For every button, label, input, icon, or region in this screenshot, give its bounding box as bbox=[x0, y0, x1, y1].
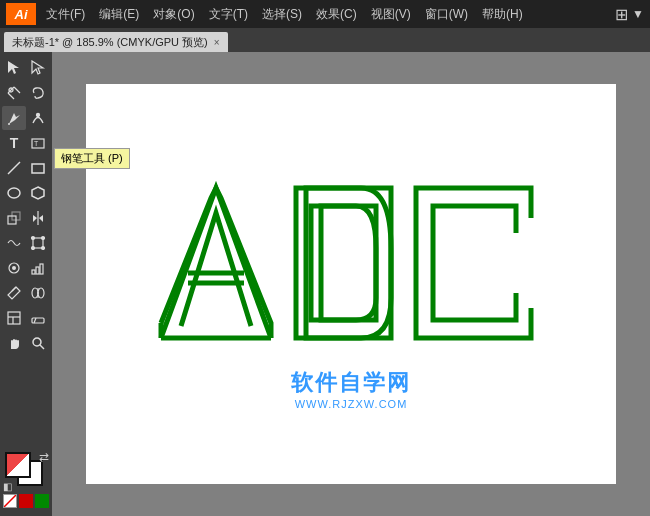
polygon-tool[interactable] bbox=[26, 181, 50, 205]
default-colors-icon[interactable]: ◧ bbox=[3, 481, 12, 492]
svg-marker-0 bbox=[8, 61, 19, 74]
aoc-logo-graphic bbox=[141, 158, 561, 358]
lasso-tool[interactable] bbox=[26, 81, 50, 105]
tool-row-7 bbox=[0, 206, 52, 230]
svg-point-6 bbox=[8, 123, 10, 125]
svg-marker-13 bbox=[32, 187, 44, 199]
tool-row-11 bbox=[0, 306, 52, 330]
svg-point-25 bbox=[12, 266, 16, 270]
warp-tool[interactable] bbox=[2, 231, 26, 255]
toolbar: 钢笔工具 (P) bbox=[0, 52, 52, 516]
zoom-tool[interactable] bbox=[26, 331, 50, 355]
main-layout: 钢笔工具 (P) bbox=[0, 52, 650, 516]
tab-label: 未标题-1* @ 185.9% (CMYK/GPU 预览) bbox=[12, 35, 208, 50]
reflect-tool[interactable] bbox=[26, 206, 50, 230]
tool-row-2 bbox=[0, 81, 52, 105]
green-swatch[interactable] bbox=[35, 494, 49, 508]
menu-file[interactable]: 文件(F) bbox=[40, 4, 91, 25]
color-swatches bbox=[3, 494, 49, 508]
svg-point-31 bbox=[38, 288, 44, 298]
pen-tool[interactable] bbox=[2, 106, 26, 130]
menu-effect[interactable]: 效果(C) bbox=[310, 4, 363, 25]
svg-point-22 bbox=[32, 247, 35, 250]
stroke-fill-indicator[interactable]: ⇄ ◧ bbox=[5, 452, 47, 490]
svg-point-23 bbox=[42, 247, 45, 250]
slice-tool[interactable] bbox=[2, 306, 26, 330]
svg-rect-40 bbox=[7, 454, 29, 476]
menu-help[interactable]: 帮助(H) bbox=[476, 4, 529, 25]
transform-tool[interactable] bbox=[2, 206, 26, 230]
hand-tool[interactable] bbox=[2, 331, 26, 355]
symbol-tool[interactable] bbox=[2, 256, 26, 280]
svg-line-37 bbox=[34, 318, 36, 323]
menu-edit[interactable]: 编辑(E) bbox=[93, 4, 145, 25]
svg-point-20 bbox=[32, 237, 35, 240]
svg-marker-17 bbox=[33, 215, 37, 222]
tool-row-9 bbox=[0, 256, 52, 280]
svg-rect-33 bbox=[8, 312, 20, 324]
chevron-down-icon[interactable]: ▼ bbox=[632, 7, 644, 21]
menu-view[interactable]: 视图(V) bbox=[365, 4, 417, 25]
watermark: 软件自学网 WWW.RJZXW.COM bbox=[291, 368, 411, 410]
svg-rect-11 bbox=[32, 164, 44, 173]
eyedropper-tool[interactable] bbox=[2, 281, 26, 305]
menu-select[interactable]: 选择(S) bbox=[256, 4, 308, 25]
fill-color-box[interactable] bbox=[5, 452, 31, 478]
tab-bar: 未标题-1* @ 185.9% (CMYK/GPU 预览) × bbox=[0, 28, 650, 52]
watermark-title: 软件自学网 bbox=[291, 368, 411, 398]
ellipse-tool[interactable] bbox=[2, 181, 26, 205]
direct-select-tool[interactable] bbox=[26, 56, 50, 80]
line-tool[interactable] bbox=[2, 156, 26, 180]
menu-text[interactable]: 文字(T) bbox=[203, 4, 254, 25]
tool-row-3 bbox=[0, 106, 52, 130]
tool-row-8 bbox=[0, 231, 52, 255]
grid-icon[interactable]: ⊞ bbox=[615, 5, 628, 24]
magic-wand-tool[interactable] bbox=[2, 81, 26, 105]
canvas-area: 软件自学网 WWW.RJZXW.COM bbox=[52, 52, 650, 516]
tool-row-10 bbox=[0, 281, 52, 305]
svg-line-39 bbox=[40, 345, 44, 349]
blend-tool[interactable] bbox=[26, 281, 50, 305]
svg-rect-19 bbox=[33, 238, 43, 248]
svg-rect-27 bbox=[36, 267, 39, 274]
svg-point-7 bbox=[37, 114, 40, 117]
document-tab[interactable]: 未标题-1* @ 185.9% (CMYK/GPU 预览) × bbox=[4, 32, 228, 52]
area-type-tool[interactable]: T bbox=[26, 131, 50, 155]
swap-colors-icon[interactable]: ⇄ bbox=[39, 450, 49, 464]
svg-rect-28 bbox=[40, 264, 43, 274]
svg-line-3 bbox=[8, 93, 14, 99]
select-tool[interactable] bbox=[2, 56, 26, 80]
menu-bar: 文件(F) 编辑(E) 对象(O) 文字(T) 选择(S) 效果(C) 视图(V… bbox=[40, 4, 644, 25]
svg-text:T: T bbox=[34, 140, 39, 147]
red-swatch[interactable] bbox=[19, 494, 33, 508]
eraser-tool[interactable] bbox=[26, 306, 50, 330]
svg-line-2 bbox=[14, 87, 20, 93]
type-tool[interactable]: T bbox=[2, 131, 26, 155]
rect-tool[interactable] bbox=[26, 156, 50, 180]
svg-rect-26 bbox=[32, 270, 35, 274]
svg-point-12 bbox=[8, 188, 20, 198]
curvature-tool[interactable] bbox=[26, 106, 50, 130]
tool-row-4: T T bbox=[0, 131, 52, 155]
graph-tool[interactable] bbox=[26, 256, 50, 280]
menu-object[interactable]: 对象(O) bbox=[147, 4, 200, 25]
svg-line-41 bbox=[7, 454, 29, 476]
svg-marker-1 bbox=[32, 61, 43, 74]
svg-line-29 bbox=[12, 287, 16, 291]
free-transform-tool[interactable] bbox=[26, 231, 50, 255]
title-bar: Ai 文件(F) 编辑(E) 对象(O) 文字(T) 选择(S) 效果(C) 视… bbox=[0, 0, 650, 28]
color-area: ⇄ ◧ bbox=[3, 452, 49, 512]
ai-logo: Ai bbox=[6, 3, 36, 25]
tool-row-6 bbox=[0, 181, 52, 205]
none-swatch[interactable] bbox=[3, 494, 17, 508]
tab-close-button[interactable]: × bbox=[214, 37, 220, 48]
tool-row-12 bbox=[0, 331, 52, 355]
tool-row-5 bbox=[0, 156, 52, 180]
canvas-paper: 软件自学网 WWW.RJZXW.COM bbox=[86, 84, 616, 484]
svg-line-42 bbox=[4, 495, 16, 507]
svg-marker-18 bbox=[39, 215, 43, 222]
menu-window[interactable]: 窗口(W) bbox=[419, 4, 474, 25]
svg-line-10 bbox=[8, 162, 20, 174]
svg-point-21 bbox=[42, 237, 45, 240]
tool-row-1 bbox=[0, 56, 52, 80]
